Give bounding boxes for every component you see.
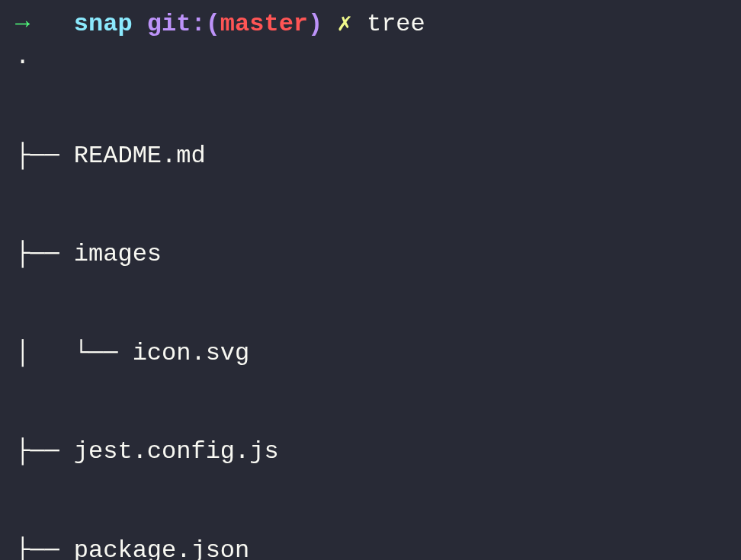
tree-line: ├── package.json [15,534,726,560]
prompt-git-label: git: [147,8,206,40]
prompt-git-branch: master [220,8,308,40]
prompt-arrow-icon: → [15,8,30,40]
prompt-close-paren: ) [308,8,322,40]
shell-command[interactable]: tree [367,8,425,40]
tree-line: ├── images [15,238,726,270]
tree-line: ├── README.md [15,139,726,172]
prompt-open-paren: ( [206,8,220,40]
prompt-directory: snap [74,8,133,40]
tree-root: . [15,40,726,73]
prompt-dirty-icon: ✗ [337,8,351,40]
shell-prompt-line: → snap git:(master) ✗ tree [15,8,726,40]
tree-line: │ └── icon.svg [15,337,726,370]
tree-line: ├── jest.config.js [15,435,726,468]
tree-output: ├── README.md ├── images │ └── icon.svg … [15,73,726,560]
